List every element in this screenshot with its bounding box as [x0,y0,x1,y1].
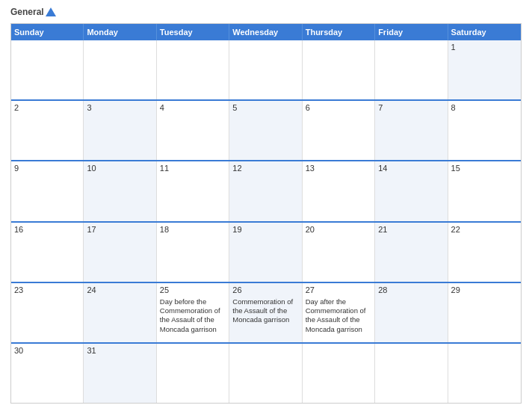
calendar: Sunday Monday Tuesday Wednesday Thursday… [10,23,522,404]
calendar-cell: 15 [448,161,521,220]
calendar-row-1: 2345678 [11,101,521,161]
calendar-cell: 25Day before the Commemoration of the As… [157,283,229,342]
calendar-cell: 5 [229,101,302,160]
calendar-cell: 6 [303,101,375,160]
calendar-row-5: 3031 [11,344,521,403]
weekday-thursday: Thursday [303,24,375,40]
day-number: 22 [451,225,518,234]
day-number: 20 [306,225,371,234]
day-number: 16 [14,225,80,234]
calendar-cell: 26Commemoration of the Assault of the Mo… [229,283,302,342]
day-number: 18 [160,225,226,234]
calendar-cell: 21 [375,223,448,282]
logo: General [10,7,56,17]
day-number: 31 [87,346,152,355]
calendar-cell [229,40,302,99]
calendar-cell: 30 [11,344,84,403]
calendar-row-4: 232425Day before the Commemoration of th… [11,283,521,344]
calendar-cell [375,40,448,99]
calendar-cell: 14 [375,161,448,220]
header: General [10,7,522,20]
calendar-cell: 23 [11,283,84,342]
day-number: 7 [378,103,444,112]
calendar-cell: 10 [84,161,156,220]
calendar-cell [303,344,375,403]
day-number: 24 [87,285,152,294]
calendar-cell: 28 [375,283,448,342]
day-number: 21 [378,225,444,234]
event-label: Day before the Commemoration of the Assa… [160,297,226,334]
day-number: 28 [378,285,444,294]
day-number: 27 [306,285,371,294]
calendar-cell: 2 [11,101,84,160]
calendar-cell: 24 [84,283,156,342]
weekday-tuesday: Tuesday [157,24,229,40]
event-label: Day after the Commemoration of the Assau… [306,297,371,334]
calendar-header: Sunday Monday Tuesday Wednesday Thursday… [11,24,521,40]
day-number: 17 [87,225,152,234]
day-number: 25 [160,285,226,294]
day-number: 13 [306,164,371,173]
day-number: 8 [451,103,518,112]
calendar-cell: 13 [303,161,375,220]
logo-triangle-icon [46,7,56,16]
day-number: 10 [87,164,152,173]
calendar-cell [375,344,448,403]
weekday-monday: Monday [84,24,156,40]
calendar-row-0: 1 [11,40,521,101]
day-number: 19 [232,225,298,234]
day-number: 3 [87,103,152,112]
calendar-cell [157,344,229,403]
calendar-cell [229,344,302,403]
weekday-saturday: Saturday [448,24,521,40]
calendar-cell: 22 [448,223,521,282]
day-number: 23 [14,285,80,294]
calendar-cell [84,40,156,99]
calendar-cell: 31 [84,344,156,403]
day-number: 14 [378,164,444,173]
event-label: Commemoration of the Assault of the Monc… [232,297,298,325]
calendar-cell: 29 [448,283,521,342]
calendar-cell: 3 [84,101,156,160]
calendar-cell: 19 [229,223,302,282]
logo-wrapper: General [10,7,56,17]
calendar-cell: 12 [229,161,302,220]
calendar-cell [157,40,229,99]
day-number: 2 [14,103,80,112]
calendar-row-2: 9101112131415 [11,161,521,222]
calendar-row-3: 16171819202122 [11,223,521,283]
calendar-cell [11,40,84,99]
calendar-cell: 17 [84,223,156,282]
day-number: 15 [451,164,518,173]
page: General Sunday Monday Tuesday Wednesday … [0,0,532,411]
day-number: 29 [451,285,518,294]
weekday-sunday: Sunday [11,24,84,40]
weekday-friday: Friday [375,24,448,40]
calendar-cell [303,40,375,99]
day-number: 12 [232,164,298,173]
day-number: 1 [451,43,518,52]
calendar-cell: 9 [11,161,84,220]
calendar-cell: 1 [448,40,521,99]
day-number: 4 [160,103,226,112]
calendar-cell: 4 [157,101,229,160]
calendar-cell: 16 [11,223,84,282]
calendar-cell: 27Day after the Commemoration of the Ass… [303,283,375,342]
day-number: 6 [306,103,371,112]
day-number: 9 [14,164,80,173]
day-number: 11 [160,164,226,173]
calendar-cell: 20 [303,223,375,282]
day-number: 30 [14,346,80,355]
calendar-cell: 8 [448,101,521,160]
calendar-cell: 11 [157,161,229,220]
logo-general: General [10,7,56,17]
calendar-body: 1234567891011121314151617181920212223242… [11,40,521,403]
calendar-cell [448,344,521,403]
calendar-cell: 18 [157,223,229,282]
day-number: 5 [232,103,298,112]
weekday-wednesday: Wednesday [229,24,302,40]
calendar-cell: 7 [375,101,448,160]
day-number: 26 [232,285,298,294]
